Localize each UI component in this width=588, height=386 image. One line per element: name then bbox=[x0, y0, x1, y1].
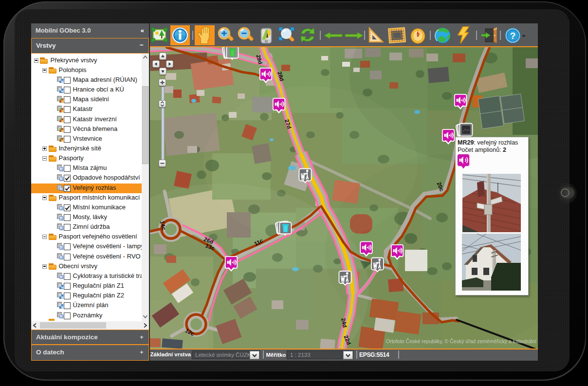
svg-text:Ortofoto České republiky, © Če: Ortofoto České republiky, © Český úřad z… bbox=[386, 338, 536, 344]
svg-text:?: ? bbox=[510, 31, 516, 41]
